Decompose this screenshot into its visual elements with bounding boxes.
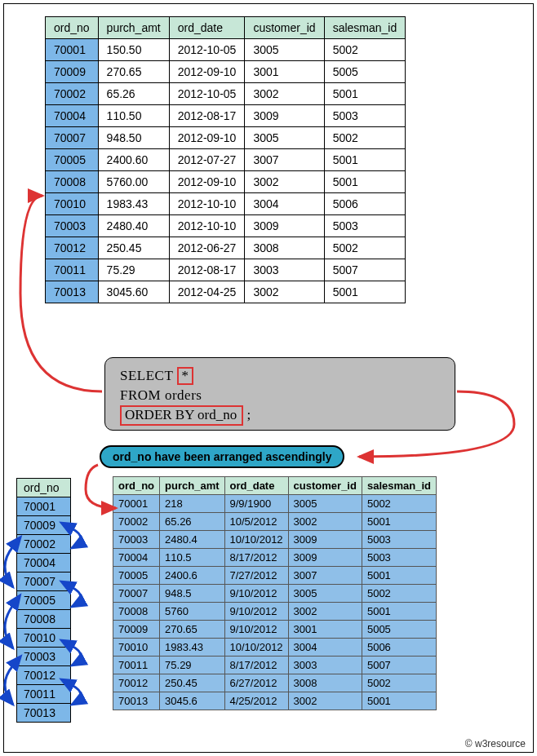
sql-select: SELECT (120, 368, 173, 383)
cell: 3009 (288, 549, 362, 567)
table-row: 70007948.59/10/201230055002 (113, 585, 437, 603)
cell: 270.65 (160, 621, 224, 639)
cell: 70005 (46, 149, 99, 171)
cell: 70004 (113, 549, 160, 567)
annotation-pill: ord_no have been arranged ascendingly (100, 445, 344, 468)
table-row: 700101983.4310/10/201230045006 (113, 639, 437, 657)
top-header-cell: ord_date (169, 17, 245, 39)
cell: 110.50 (98, 105, 169, 127)
table-row: 7001175.298/17/201230035007 (113, 657, 437, 674)
cell: 65.26 (98, 83, 169, 105)
cell: 70013 (46, 281, 99, 303)
cell: 270.65 (98, 61, 169, 83)
cell: 3008 (288, 674, 362, 692)
table-row: 700032480.410/10/201230095003 (113, 531, 437, 549)
table-row: 700032480.402012-10-1030095003 (46, 215, 406, 237)
cell: 110.5 (160, 549, 224, 567)
cell: 5003 (362, 531, 436, 549)
cell: 5001 (324, 149, 406, 171)
cell: 4/25/2012 (224, 692, 288, 710)
table-row: 700052400.67/27/201230075001 (113, 567, 437, 585)
table-row: 700052400.602012-07-2730075001 (46, 149, 406, 171)
table-row: 70009 (17, 516, 71, 535)
cell: 2012-08-17 (169, 105, 245, 127)
cell: 70012 (46, 237, 99, 259)
cell: 2400.6 (160, 567, 224, 585)
cell: 65.26 (160, 513, 224, 531)
cell: 948.50 (98, 127, 169, 149)
cell: 5007 (324, 259, 406, 281)
cell: 70001 (113, 495, 160, 513)
cell: 250.45 (98, 237, 169, 259)
cell: 5007 (362, 657, 436, 674)
cell: 3005 (245, 127, 324, 149)
orders-source-table: ord_nopurch_amtord_datecustomer_idsalesm… (45, 16, 406, 303)
cell: 70005 (113, 567, 160, 585)
table-row: 70012250.456/27/201230085002 (113, 674, 437, 692)
sql-from: FROM orders (120, 386, 440, 405)
cell: 5001 (324, 171, 406, 193)
cell: 5005 (362, 621, 436, 639)
table-row: 70005 (17, 591, 71, 610)
cell: 1983.43 (98, 193, 169, 215)
cell: 70009 (113, 621, 160, 639)
cell: 250.45 (160, 674, 224, 692)
cell: 2012-09-10 (169, 127, 245, 149)
cell: 2400.60 (98, 149, 169, 171)
col-header: ord_no (17, 479, 71, 497)
table-row: 7001175.292012-08-1730035007 (46, 259, 406, 281)
res-header-cell: purch_amt (160, 477, 224, 495)
top-header-cell: salesman_id (324, 17, 406, 39)
footer-credit: © w3resource (465, 738, 526, 749)
cell: 5003 (324, 105, 406, 127)
cell: 3005 (288, 495, 362, 513)
cell: 2012-06-27 (169, 237, 245, 259)
table-row: 7000857609/10/201230025001 (113, 603, 437, 621)
cell: 3002 (288, 603, 362, 621)
top-header-cell: customer_id (245, 17, 324, 39)
cell: 3007 (245, 149, 324, 171)
cell: 3001 (245, 61, 324, 83)
cell: 70001 (17, 497, 71, 516)
cell: 70002 (113, 513, 160, 531)
cell: 3002 (245, 171, 324, 193)
cell: 70012 (113, 674, 160, 692)
cell: 70009 (46, 61, 99, 83)
table-row: 70010 (17, 629, 71, 648)
cell: 70008 (46, 171, 99, 193)
cell: 218 (160, 495, 224, 513)
cell: 5003 (324, 215, 406, 237)
cell: 2012-09-10 (169, 171, 245, 193)
table-row: 70002 (17, 535, 71, 554)
cell: 5001 (362, 567, 436, 585)
table-row: 7000265.2610/5/201230025001 (113, 513, 437, 531)
cell: 7/27/2012 (224, 567, 288, 585)
cell: 3002 (245, 83, 324, 105)
ordno-column-table: ord_no 700017000970002700047000770005700… (16, 478, 71, 723)
table-row: 70012250.452012-06-2730085002 (46, 237, 406, 259)
cell: 5002 (324, 127, 406, 149)
cell: 6/27/2012 (224, 674, 288, 692)
cell: 5002 (324, 39, 406, 61)
cell: 3001 (288, 621, 362, 639)
cell: 3009 (288, 531, 362, 549)
top-header-cell: purch_amt (98, 17, 169, 39)
table-row: 700012189/9/190030055002 (113, 495, 437, 513)
cell: 2012-10-05 (169, 83, 245, 105)
cell: 70001 (46, 39, 99, 61)
sql-semicolon: ; (247, 407, 251, 422)
cell: 2012-10-10 (169, 193, 245, 215)
cell: 948.5 (160, 585, 224, 603)
cell: 70010 (113, 639, 160, 657)
cell: 2012-08-17 (169, 259, 245, 281)
cell: 70011 (113, 657, 160, 674)
res-header-cell: customer_id (288, 477, 362, 495)
cell: 70002 (17, 535, 71, 554)
cell: 70010 (17, 629, 71, 648)
cell: 5760.00 (98, 171, 169, 193)
cell: 2480.4 (160, 531, 224, 549)
table-row: 70001 (17, 497, 71, 516)
cell: 70003 (113, 531, 160, 549)
cell: 70003 (17, 648, 71, 666)
cell: 2012-10-10 (169, 215, 245, 237)
